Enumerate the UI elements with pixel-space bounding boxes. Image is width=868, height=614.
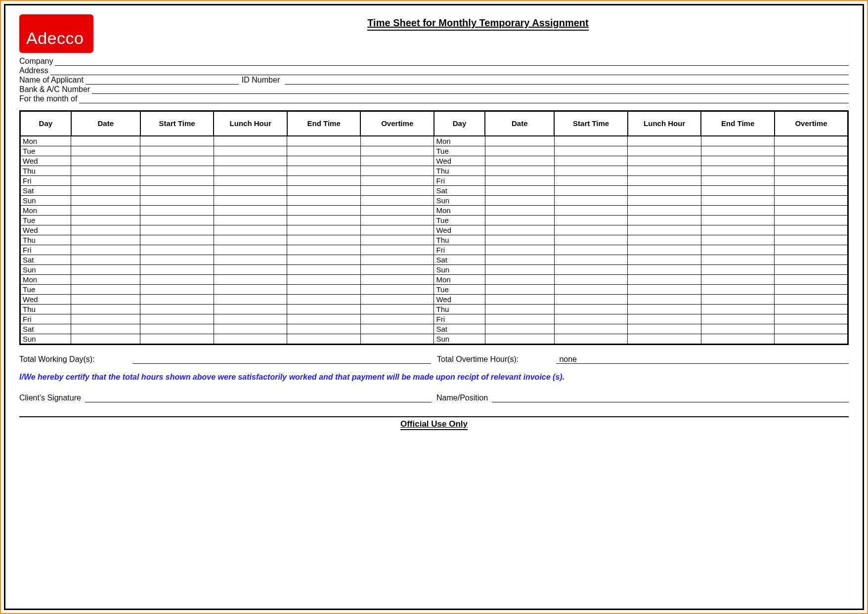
data-cell[interactable] xyxy=(554,324,628,334)
data-cell[interactable] xyxy=(701,205,775,215)
data-cell[interactable] xyxy=(628,245,701,255)
data-cell[interactable] xyxy=(701,215,775,225)
data-cell[interactable] xyxy=(554,294,628,304)
data-cell[interactable] xyxy=(628,274,701,284)
data-cell[interactable] xyxy=(775,185,848,195)
data-cell[interactable] xyxy=(71,156,140,166)
data-cell[interactable] xyxy=(775,245,848,255)
company-input[interactable] xyxy=(55,57,849,66)
data-cell[interactable] xyxy=(214,324,287,334)
data-cell[interactable] xyxy=(140,284,214,294)
data-cell[interactable] xyxy=(140,146,214,156)
data-cell[interactable] xyxy=(485,185,554,195)
data-cell[interactable] xyxy=(775,314,848,324)
data-cell[interactable] xyxy=(775,156,848,166)
data-cell[interactable] xyxy=(701,175,775,185)
name-position-input[interactable] xyxy=(492,394,849,402)
data-cell[interactable] xyxy=(140,185,214,195)
data-cell[interactable] xyxy=(287,175,361,185)
data-cell[interactable] xyxy=(485,294,554,304)
data-cell[interactable] xyxy=(214,304,287,314)
client-signature-input[interactable] xyxy=(85,394,432,402)
data-cell[interactable] xyxy=(140,215,214,225)
data-cell[interactable] xyxy=(701,294,775,304)
data-cell[interactable] xyxy=(485,324,554,334)
data-cell[interactable] xyxy=(214,235,287,245)
data-cell[interactable] xyxy=(214,274,287,284)
data-cell[interactable] xyxy=(485,136,554,146)
data-cell[interactable] xyxy=(701,235,775,245)
data-cell[interactable] xyxy=(140,334,214,344)
data-cell[interactable] xyxy=(554,175,628,185)
data-cell[interactable] xyxy=(628,264,701,274)
data-cell[interactable] xyxy=(554,334,628,344)
bank-input[interactable] xyxy=(92,85,849,94)
data-cell[interactable] xyxy=(140,205,214,215)
data-cell[interactable] xyxy=(485,175,554,185)
data-cell[interactable] xyxy=(360,215,434,225)
data-cell[interactable] xyxy=(140,156,214,166)
data-cell[interactable] xyxy=(775,304,848,314)
data-cell[interactable] xyxy=(554,245,628,255)
data-cell[interactable] xyxy=(628,185,701,195)
data-cell[interactable] xyxy=(360,264,434,274)
month-input[interactable] xyxy=(79,94,849,103)
data-cell[interactable] xyxy=(485,205,554,215)
data-cell[interactable] xyxy=(140,166,214,175)
data-cell[interactable] xyxy=(71,324,140,334)
data-cell[interactable] xyxy=(71,205,140,215)
data-cell[interactable] xyxy=(287,304,361,314)
data-cell[interactable] xyxy=(140,195,214,205)
data-cell[interactable] xyxy=(140,264,214,274)
data-cell[interactable] xyxy=(71,314,140,324)
data-cell[interactable] xyxy=(628,195,701,205)
data-cell[interactable] xyxy=(554,314,628,324)
data-cell[interactable] xyxy=(214,146,287,156)
data-cell[interactable] xyxy=(140,324,214,334)
data-cell[interactable] xyxy=(360,294,434,304)
data-cell[interactable] xyxy=(701,225,775,235)
data-cell[interactable] xyxy=(360,284,434,294)
data-cell[interactable] xyxy=(71,146,140,156)
data-cell[interactable] xyxy=(140,136,214,146)
data-cell[interactable] xyxy=(775,255,848,264)
data-cell[interactable] xyxy=(701,136,775,146)
data-cell[interactable] xyxy=(775,175,848,185)
data-cell[interactable] xyxy=(554,264,628,274)
data-cell[interactable] xyxy=(554,166,628,175)
data-cell[interactable] xyxy=(140,225,214,235)
data-cell[interactable] xyxy=(71,334,140,344)
data-cell[interactable] xyxy=(71,185,140,195)
data-cell[interactable] xyxy=(287,235,361,245)
data-cell[interactable] xyxy=(554,225,628,235)
data-cell[interactable] xyxy=(287,324,361,334)
data-cell[interactable] xyxy=(485,225,554,235)
data-cell[interactable] xyxy=(485,166,554,175)
data-cell[interactable] xyxy=(287,185,361,195)
data-cell[interactable] xyxy=(360,334,434,344)
data-cell[interactable] xyxy=(214,185,287,195)
data-cell[interactable] xyxy=(140,314,214,324)
total-working-days-input[interactable] xyxy=(132,355,431,364)
data-cell[interactable] xyxy=(701,185,775,195)
data-cell[interactable] xyxy=(360,314,434,324)
data-cell[interactable] xyxy=(140,235,214,245)
data-cell[interactable] xyxy=(701,146,775,156)
data-cell[interactable] xyxy=(554,205,628,215)
address-input[interactable] xyxy=(50,66,849,75)
data-cell[interactable] xyxy=(287,225,361,235)
data-cell[interactable] xyxy=(628,175,701,185)
data-cell[interactable] xyxy=(71,215,140,225)
data-cell[interactable] xyxy=(287,146,361,156)
data-cell[interactable] xyxy=(140,255,214,264)
data-cell[interactable] xyxy=(140,175,214,185)
data-cell[interactable] xyxy=(701,284,775,294)
data-cell[interactable] xyxy=(775,264,848,274)
data-cell[interactable] xyxy=(214,334,287,344)
data-cell[interactable] xyxy=(485,245,554,255)
data-cell[interactable] xyxy=(71,235,140,245)
data-cell[interactable] xyxy=(628,146,701,156)
data-cell[interactable] xyxy=(628,334,701,344)
data-cell[interactable] xyxy=(775,225,848,235)
data-cell[interactable] xyxy=(701,156,775,166)
